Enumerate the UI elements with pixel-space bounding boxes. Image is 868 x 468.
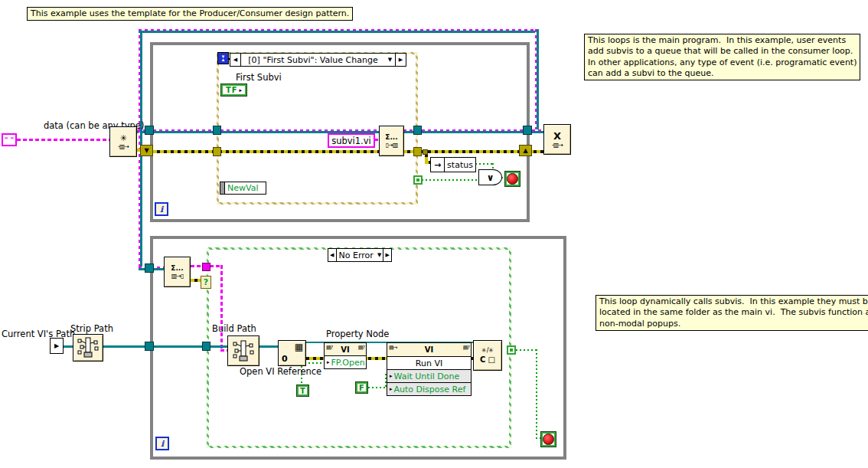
bool-tunnel (413, 175, 423, 185)
close-reference-icon: ✳/✳ (481, 348, 494, 354)
bool-wire (475, 163, 494, 165)
stop-icon (543, 434, 554, 445)
status-field: status (445, 158, 475, 172)
path-wire (258, 345, 278, 348)
bool-wire (422, 179, 480, 181)
queue-tunnel (413, 126, 422, 135)
node-corner-icon: ▤→ (389, 345, 396, 351)
invoke-method-row[interactable]: Run VI (387, 356, 471, 369)
question-glyph: ? (204, 277, 208, 287)
data-wire (17, 139, 109, 141)
queue-tunnel (213, 126, 221, 135)
false-constant[interactable]: F (355, 381, 368, 394)
consumer-iteration-terminal[interactable]: i (155, 437, 169, 450)
case-dropdown-icon[interactable]: ▼ (385, 54, 395, 66)
hourglass-icon: ▴ (222, 58, 225, 61)
invoke-param-wait-until-done[interactable]: ▸ Wait Until Done (387, 369, 471, 382)
case-selector-header[interactable]: ◀ No Error ▼ ▶ (328, 248, 392, 262)
open-vi-reference-node[interactable]: ▦ 0 (278, 340, 306, 366)
unbundle-arrow-icon: → (431, 158, 445, 172)
invoke-method-label: Run VI (416, 358, 442, 368)
first-subvi-label: First Subvi (236, 72, 282, 83)
data-wire (191, 265, 202, 267)
property-node-label: Property Node (326, 329, 389, 339)
build-path-node[interactable] (227, 335, 259, 366)
bool-tunnel (507, 345, 516, 355)
sigma-icon: Σ... (385, 134, 397, 141)
close-reference-node[interactable]: ✳/✳ C □ (473, 340, 502, 371)
producer-stop-terminal[interactable] (504, 171, 520, 187)
dequeue-element-node[interactable]: Σ... ▥→▯ (164, 257, 191, 287)
data-wire (220, 265, 223, 352)
or-gate[interactable]: ∨ (478, 169, 502, 185)
event-case-selector[interactable]: ◀ [0] "First Subvi": Value Change ▼ ▶ (230, 53, 406, 67)
property-node[interactable]: ▤? VI ▤? ▸ FP.Open (324, 342, 367, 369)
next-case-arrow[interactable]: ▶ (383, 249, 391, 261)
current-vi-path-node[interactable]: ▶ (50, 338, 64, 354)
comment-consumer[interactable]: This loop dynamically calls subvis. In t… (596, 295, 868, 331)
invoke-param-label: Wait Until Done (394, 371, 460, 381)
queue-wire (535, 29, 539, 130)
prev-case-arrow[interactable]: ◀ (230, 54, 241, 66)
event-timeout-terminal[interactable]: ▾ ▴ (217, 52, 229, 64)
queue-glyph: -▥→ (552, 142, 563, 149)
invoke-node[interactable]: ▤→ VI ▤? Run VI ▸ Wait Until Done ▸ Auto… (387, 342, 472, 396)
enqueue-icon: ▯→▥ (386, 142, 398, 149)
event-data-node[interactable]: NewVal (220, 182, 266, 195)
open-vi-reference-label: Open VI Reference (240, 366, 321, 377)
next-case-arrow[interactable]: ▶ (395, 54, 406, 66)
true-constant[interactable]: T (296, 385, 309, 397)
comment-template[interactable]: This example uses the template for the P… (27, 7, 353, 21)
obtain-queue-icon: ✳ (119, 134, 126, 142)
invoke-param-label: Auto Dispose Ref (394, 385, 466, 394)
arrow-glyph: ▸ (327, 359, 330, 365)
producer-iteration-terminal[interactable]: i (155, 202, 168, 216)
first-subvi-terminal[interactable]: TF ▸ (220, 83, 247, 97)
build-path-icon (230, 339, 256, 362)
string-control-icon[interactable]: " " (2, 133, 17, 146)
error-wire-junction (423, 149, 428, 155)
release-queue-node[interactable]: X -▥→ (543, 124, 571, 155)
path-tunnel (202, 342, 210, 351)
consumer-stop-terminal[interactable] (540, 431, 556, 447)
true-glyph: T (300, 387, 305, 395)
dequeue-icon: ▥→▯ (171, 273, 184, 280)
stop-icon (507, 173, 518, 185)
queue-tunnel (523, 126, 532, 135)
queue-tunnel (145, 126, 154, 135)
document-icon: ▶ (54, 342, 59, 349)
c-glyph: C (480, 355, 485, 364)
path-wire (153, 345, 207, 348)
case-label[interactable]: No Error (337, 249, 376, 261)
event-case-label[interactable]: [0] "First Subvi": Value Change (241, 54, 385, 66)
unbundle-status-node[interactable]: → status (430, 157, 476, 172)
node-corner-icon: ▤? (358, 345, 364, 351)
event-data-field: NewVal (225, 183, 258, 193)
error-tunnel (413, 147, 422, 156)
obtain-queue-node[interactable]: ✳ -▥→ (109, 126, 137, 157)
build-path-label: Build Path (212, 323, 256, 334)
case-selector-terminal[interactable]: ? (201, 276, 211, 289)
bool-wire (368, 387, 387, 388)
path-tunnel (145, 342, 154, 351)
error-tunnel (213, 147, 221, 156)
strip-path-node[interactable] (73, 334, 103, 362)
property-item-fp-open[interactable]: ▸ FP.Open (325, 355, 366, 368)
strip-path-label: Strip Path (70, 323, 113, 334)
bool-wire (536, 349, 537, 439)
node-corner-icon: ▤? (326, 345, 332, 351)
zero-glyph: 0 (282, 355, 288, 363)
subvi-name-constant[interactable]: subvi1.vi (328, 133, 375, 148)
sigma-icon: Σ... (171, 265, 183, 272)
prev-case-arrow[interactable]: ◀ (328, 249, 337, 261)
comment-producer[interactable]: This loops is the main program. In this … (584, 34, 860, 80)
iteration-glyph: i (160, 205, 163, 214)
data-wire (220, 349, 227, 352)
arrow-glyph: ▸ (390, 373, 393, 379)
invoke-param-auto-dispose-ref[interactable]: ▸ Auto Dispose Ref (387, 382, 471, 395)
current-vi-path-label: Current VI's Path (2, 329, 75, 339)
shift-register-right: ▲ (519, 145, 532, 156)
node-corner-icon: ▤? (463, 345, 469, 351)
case-dropdown-icon[interactable]: ▼ (376, 249, 383, 261)
enqueue-element-node[interactable]: Σ... ▯→▥ (379, 126, 404, 156)
